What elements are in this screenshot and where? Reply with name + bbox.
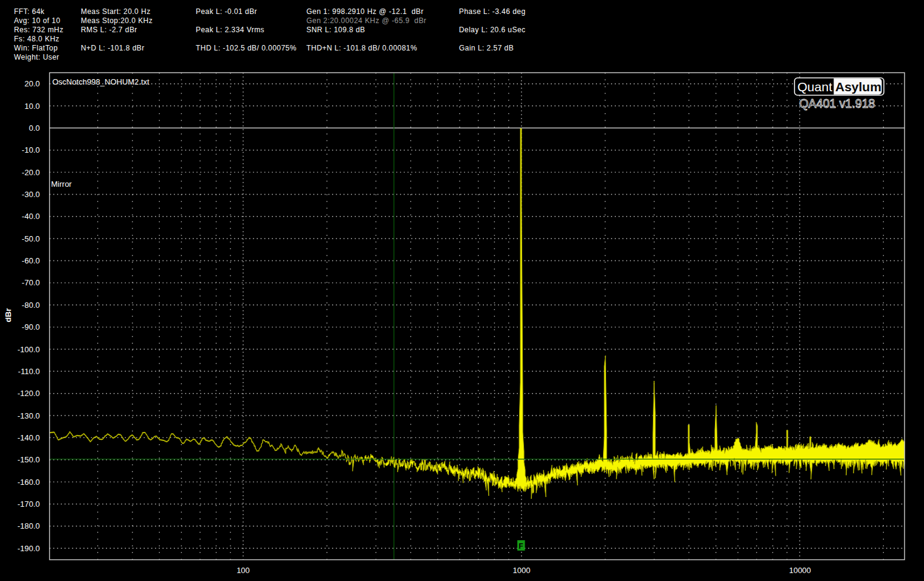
svg-text:-80.0: -80.0 [22, 301, 40, 310]
svg-text:Quant: Quant [798, 80, 832, 94]
svg-text:-50.0: -50.0 [22, 234, 40, 243]
svg-text:-20.0: -20.0 [22, 168, 40, 177]
svg-text:dBr: dBr [4, 308, 13, 322]
svg-text:-150.0: -150.0 [18, 455, 40, 464]
svg-text:Mirror: Mirror [51, 179, 72, 189]
svg-text:20.0: 20.0 [24, 79, 40, 88]
svg-text:QA401 v1.918: QA401 v1.918 [799, 97, 875, 110]
svg-text:-30.0: -30.0 [22, 190, 40, 199]
svg-text:-170.0: -170.0 [18, 499, 40, 509]
svg-text:10000: 10000 [789, 566, 811, 575]
svg-text:-190.0: -190.0 [18, 544, 40, 553]
svg-text:-90.0: -90.0 [22, 322, 40, 332]
svg-text:-160.0: -160.0 [18, 478, 40, 487]
svg-text:-110.0: -110.0 [18, 367, 40, 376]
svg-text:OscNotch998_NOHUM2.txt: OscNotch998_NOHUM2.txt [52, 77, 150, 86]
svg-text:-140.0: -140.0 [18, 433, 40, 442]
svg-text:0.0: 0.0 [29, 124, 40, 133]
svg-text:10.0: 10.0 [24, 102, 40, 111]
svg-text:-130.0: -130.0 [18, 411, 40, 420]
svg-text:-60.0: -60.0 [22, 256, 40, 265]
svg-text:-120.0: -120.0 [18, 389, 40, 398]
svg-text:Asylum: Asylum [835, 80, 881, 94]
svg-text:F: F [519, 542, 523, 551]
svg-text:-100.0: -100.0 [18, 345, 40, 354]
svg-text:-70.0: -70.0 [22, 278, 40, 287]
svg-text:-180.0: -180.0 [18, 521, 40, 531]
svg-text:1000: 1000 [513, 566, 531, 575]
svg-text:100: 100 [236, 566, 250, 575]
svg-text:-10.0: -10.0 [22, 145, 40, 155]
svg-text:-40.0: -40.0 [22, 212, 40, 221]
